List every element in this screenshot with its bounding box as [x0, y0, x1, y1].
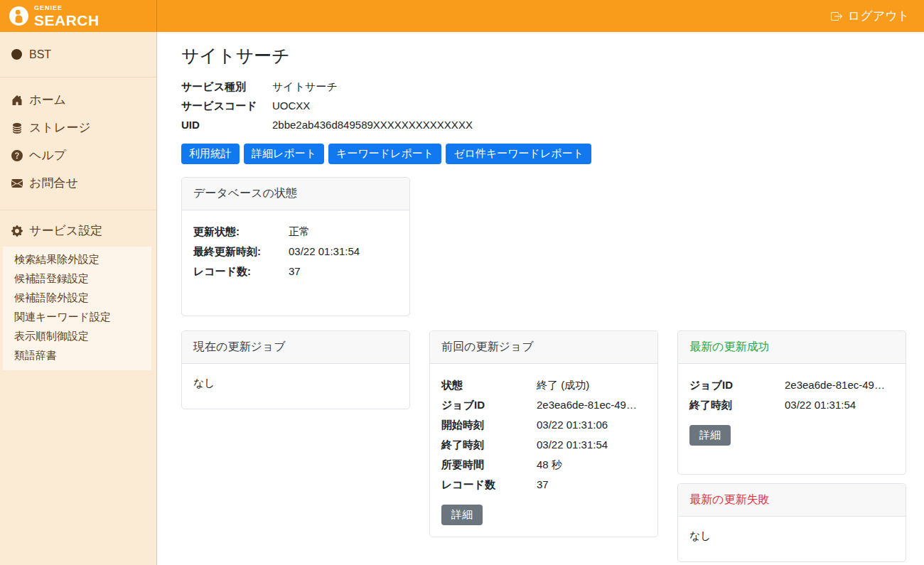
latest-failure-card: 最新の更新失敗 なし — [677, 483, 906, 562]
kv-value: 2e3ea6de-81ec-49… — [785, 375, 885, 395]
kv-row-end-time: 終了時刻 03/22 01:31:54 — [441, 435, 646, 455]
meta-row-uid: UID 2bbe2ab436d849589XXXXXXXXXXXXXX — [181, 115, 911, 134]
card-title: データベースの状態 — [182, 178, 409, 210]
home-icon — [11, 95, 23, 106]
submenu-item-display-order[interactable]: 表示順制御設定 — [3, 327, 151, 346]
sidebar-item-service-settings[interactable]: サービス設定 — [0, 210, 156, 247]
geniee-logo-icon — [9, 6, 28, 26]
kv-value: 48 秒 — [537, 455, 562, 475]
logout-label: ログアウト — [848, 8, 910, 24]
sidebar-item-help[interactable]: ヘルプ — [0, 141, 156, 169]
kv-value: 03/22 01:31:54 — [537, 435, 608, 455]
sidebar-item-label: ホーム — [29, 92, 66, 108]
kv-row-start-time: 開始時刻 03/22 01:31:06 — [441, 415, 646, 435]
kv-value: 03/22 01:31:54 — [785, 395, 856, 415]
card-title: 最新の更新成功 — [678, 331, 906, 364]
current-job-card: 現在の更新ジョブ なし — [181, 330, 410, 409]
top-header: GENIEE SEARCH ログアウト — [0, 0, 924, 32]
kv-row-duration: 所要時間 48 秒 — [441, 455, 646, 475]
kv-label: レコード数 — [441, 475, 537, 495]
kv-label: 状態 — [441, 375, 537, 395]
kv-label: 終了時刻 — [689, 395, 785, 415]
report-actions: 利用統計 詳細レポート キーワードレポート ゼロ件キーワードレポート — [181, 144, 911, 164]
kv-label: 終了時刻 — [441, 435, 537, 455]
kv-value: 03/22 01:31:06 — [537, 415, 608, 435]
sidebar-item-contact[interactable]: お問合せ — [0, 169, 156, 197]
kv-row-record-count: レコード数: 37 — [193, 262, 398, 281]
card-body: 更新状態: 正常 最終更新時刻: 03/22 01:31:54 レコード数: 3… — [182, 210, 409, 316]
kv-row-job-id: ジョブID 2e3ea6de-81ec-49… — [689, 375, 894, 395]
sidebar-item-label: サービス設定 — [29, 222, 102, 239]
meta-row-service-code: サービスコード UOCXX — [181, 96, 911, 115]
sidebar-item-home[interactable]: ホーム — [0, 86, 156, 114]
kv-value: 37 — [537, 475, 549, 495]
card-body: 状態 終了 (成功) ジョブID 2e3ea6de-81ec-49… 開始時刻 … — [430, 364, 657, 537]
submenu-item-suggest-exclusion[interactable]: 候補語除外設定 — [3, 289, 151, 308]
kv-row-record-count: レコード数 37 — [441, 475, 646, 495]
account-selector[interactable]: BST — [0, 32, 156, 77]
card-title: 現在の更新ジョブ — [182, 331, 409, 364]
kv-value: 03/22 01:31:54 — [289, 242, 360, 262]
kv-value: 正常 — [289, 222, 310, 242]
account-dot-icon — [11, 49, 22, 60]
kv-row-state: 状態 終了 (成功) — [441, 375, 646, 395]
kv-row-update-state: 更新状態: 正常 — [193, 222, 398, 242]
database-icon — [11, 122, 23, 134]
submenu-item-related-keywords[interactable]: 関連キーワード設定 — [3, 308, 151, 327]
sidebar-item-label: お問合せ — [29, 175, 78, 191]
sign-out-icon — [831, 11, 842, 22]
logout-button[interactable]: ログアウト — [827, 7, 914, 25]
sidebar: BST ホーム ストレージ — [0, 32, 157, 565]
brand-bottom-label: SEARCH — [34, 13, 100, 28]
brand-top-label: GENIEE — [34, 5, 100, 11]
meta-value: UOCXX — [272, 96, 310, 115]
submenu-item-suggest-registration[interactable]: 候補語登録設定 — [3, 269, 151, 289]
kv-value: 終了 (成功) — [537, 375, 589, 395]
meta-label: UID — [181, 115, 272, 134]
gear-icon — [11, 225, 23, 237]
kv-row-job-id: ジョブID 2e3ea6de-81ec-49… — [441, 395, 646, 415]
submenu-item-synonym-dictionary[interactable]: 類語辞書 — [3, 346, 151, 365]
usage-stats-button[interactable]: 利用統計 — [181, 144, 240, 164]
sidebar-item-label: ストレージ — [29, 119, 91, 136]
detail-report-button[interactable]: 詳細レポート — [244, 144, 324, 164]
main-content: サイトサーチ サービス種別 サイトサーチ サービスコード UOCXX UID 2… — [157, 32, 924, 565]
zero-keyword-report-button[interactable]: ゼロ件キーワードレポート — [446, 144, 591, 164]
latest-success-detail-button[interactable]: 詳細 — [689, 425, 731, 446]
sidebar-item-label: ヘルプ — [29, 147, 66, 163]
submenu-item-search-exclusion[interactable]: 検索結果除外設定 — [3, 250, 151, 269]
sidebar-item-storage[interactable]: ストレージ — [0, 114, 156, 141]
empty-value: なし — [182, 364, 409, 409]
help-icon — [11, 150, 23, 161]
kv-row-end-time: 終了時刻 03/22 01:31:54 — [689, 395, 894, 415]
meta-value: サイトサーチ — [272, 77, 338, 96]
card-title: 最新の更新失敗 — [678, 484, 906, 517]
sidebar-nav: ホーム ストレージ ヘルプ — [0, 86, 156, 197]
account-label: BST — [29, 48, 51, 61]
kv-label: レコード数: — [193, 262, 289, 281]
kv-label: 更新状態: — [193, 222, 289, 242]
last-job-detail-button[interactable]: 詳細 — [441, 505, 483, 525]
latest-success-card: 最新の更新成功 ジョブID 2e3ea6de-81ec-49… 終了時刻 03/… — [677, 330, 906, 475]
brand-text: GENIEE SEARCH — [34, 5, 100, 28]
meta-label: サービス種別 — [181, 77, 272, 96]
last-job-card: 前回の更新ジョブ 状態 終了 (成功) ジョブID 2e3ea6de-81ec-… — [429, 330, 658, 537]
meta-label: サービスコード — [181, 96, 272, 115]
kv-label: ジョブID — [441, 395, 537, 415]
kv-label: 開始時刻 — [441, 415, 537, 435]
kv-label: 最終更新時刻: — [193, 242, 289, 262]
database-status-card: データベースの状態 更新状態: 正常 最終更新時刻: 03/22 01:31:5… — [181, 177, 410, 316]
empty-value: なし — [678, 517, 906, 561]
kv-value: 37 — [289, 262, 301, 281]
card-body: ジョブID 2e3ea6de-81ec-49… 終了時刻 03/22 01:31… — [678, 364, 906, 474]
meta-row-service-type: サービス種別 サイトサーチ — [181, 77, 911, 96]
settings-submenu: 検索結果除外設定 候補語登録設定 候補語除外設定 関連キーワード設定 表示順制御… — [3, 247, 151, 370]
kv-label: ジョブID — [689, 375, 785, 395]
kv-label: 所要時間 — [441, 455, 537, 475]
app-window: GENIEE SEARCH ログアウト BST ホーム — [0, 0, 924, 565]
brand-logo[interactable]: GENIEE SEARCH — [0, 0, 157, 32]
mail-icon — [11, 178, 23, 189]
status-cards-column: 最新の更新成功 ジョブID 2e3ea6de-81ec-49… 終了時刻 03/… — [677, 330, 906, 562]
kv-row-last-updated: 最終更新時刻: 03/22 01:31:54 — [193, 242, 398, 262]
keyword-report-button[interactable]: キーワードレポート — [328, 144, 441, 164]
